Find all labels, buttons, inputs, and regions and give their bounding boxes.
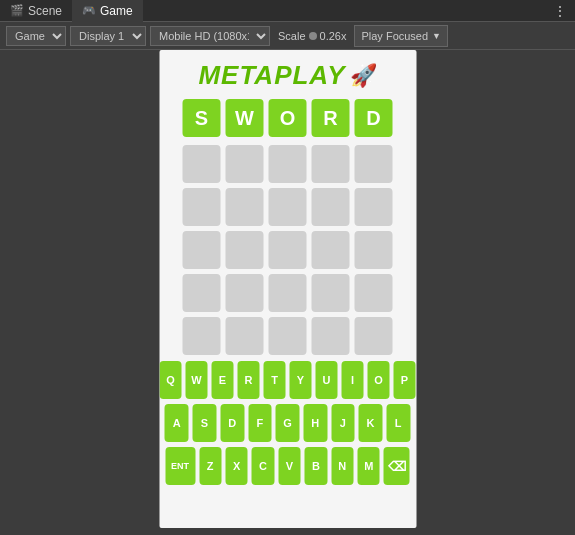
grid-cell [312, 188, 350, 226]
grid-cell [355, 231, 393, 269]
key-d[interactable]: D [220, 404, 244, 442]
key-n[interactable]: N [331, 447, 353, 485]
grid-cell [355, 274, 393, 312]
grid-cell [226, 231, 264, 269]
grid-cell [312, 274, 350, 312]
keyboard-row-2: A S D F G H J K L [165, 404, 410, 442]
grid-row-2 [173, 231, 402, 269]
scene-icon: 🎬 [10, 4, 24, 17]
grid-cell [226, 188, 264, 226]
key-h[interactable]: H [303, 404, 327, 442]
tab-game-label: Game [100, 4, 133, 18]
word-cell-4: D [355, 99, 393, 137]
play-focused-label: Play Focused [361, 30, 428, 42]
letter-grid [159, 145, 416, 355]
resolution-select[interactable]: Mobile HD (1080x1920) [150, 26, 270, 46]
key-w[interactable]: W [186, 361, 208, 399]
scale-slider[interactable] [309, 32, 317, 40]
key-j[interactable]: J [331, 404, 355, 442]
key-t[interactable]: T [264, 361, 286, 399]
grid-cell [312, 317, 350, 355]
word-cell-2: O [269, 99, 307, 137]
key-y[interactable]: Y [290, 361, 312, 399]
key-q[interactable]: Q [160, 361, 182, 399]
grid-cell [269, 231, 307, 269]
grid-cell [226, 317, 264, 355]
tab-scene-label: Scene [28, 4, 62, 18]
key-f[interactable]: F [248, 404, 272, 442]
keyboard: Q W E R T Y U I O P A S D F G H J K L EN… [159, 361, 416, 485]
key-o[interactable]: O [368, 361, 390, 399]
grid-cell [269, 274, 307, 312]
key-g[interactable]: G [276, 404, 300, 442]
key-c[interactable]: C [252, 447, 274, 485]
logo-text: METAPLAY [198, 60, 345, 91]
display-select[interactable]: Display 1 [70, 26, 146, 46]
grid-cell [355, 188, 393, 226]
keyboard-row-3: ENT Z X C V B N M ⌫ [165, 447, 410, 485]
key-m[interactable]: M [358, 447, 380, 485]
tab-bar: 🎬 Scene 🎮 Game ⋮ [0, 0, 575, 22]
grid-cell [312, 231, 350, 269]
scale-area: Scale 0.26x [278, 30, 346, 42]
grid-cell [226, 274, 264, 312]
grid-cell [355, 145, 393, 183]
grid-cell [183, 188, 221, 226]
key-backspace[interactable]: ⌫ [384, 447, 410, 485]
tab-more-button[interactable]: ⋮ [545, 3, 575, 19]
key-x[interactable]: X [225, 447, 247, 485]
grid-cell [226, 145, 264, 183]
word-cell-3: R [312, 99, 350, 137]
grid-cell [269, 145, 307, 183]
key-k[interactable]: K [359, 404, 383, 442]
grid-cell [183, 145, 221, 183]
logo-rocket-icon: 🚀 [350, 63, 377, 89]
key-z[interactable]: Z [199, 447, 221, 485]
grid-cell [269, 188, 307, 226]
key-l[interactable]: L [386, 404, 410, 442]
grid-cell [183, 231, 221, 269]
key-p[interactable]: P [394, 361, 416, 399]
keyboard-row-1: Q W E R T Y U I O P [165, 361, 410, 399]
grid-row-4 [173, 317, 402, 355]
game-viewport: METAPLAY 🚀 S W O R D [159, 50, 416, 528]
grid-row-3 [173, 274, 402, 312]
play-focused-chevron: ▼ [432, 31, 441, 41]
key-v[interactable]: V [278, 447, 300, 485]
logo-area: METAPLAY 🚀 [159, 50, 416, 99]
key-i[interactable]: I [342, 361, 364, 399]
grid-cell [312, 145, 350, 183]
toolbar: Game Display 1 Mobile HD (1080x1920) Sca… [0, 22, 575, 50]
word-cell-0: S [183, 99, 221, 137]
key-enter[interactable]: ENT [165, 447, 195, 485]
word-cell-1: W [226, 99, 264, 137]
play-focused-button[interactable]: Play Focused ▼ [354, 25, 448, 47]
grid-cell [355, 317, 393, 355]
key-r[interactable]: R [238, 361, 260, 399]
word-display: S W O R D [159, 99, 416, 137]
key-b[interactable]: B [305, 447, 327, 485]
scale-label: Scale [278, 30, 306, 42]
scale-value: 0.26x [320, 30, 347, 42]
grid-cell [183, 274, 221, 312]
key-e[interactable]: E [212, 361, 234, 399]
game-icon: 🎮 [82, 4, 96, 17]
key-u[interactable]: U [316, 361, 338, 399]
key-a[interactable]: A [165, 404, 189, 442]
view-select[interactable]: Game [6, 26, 66, 46]
tab-scene[interactable]: 🎬 Scene [0, 0, 72, 22]
grid-row-1 [173, 188, 402, 226]
key-s[interactable]: S [193, 404, 217, 442]
grid-cell [269, 317, 307, 355]
grid-cell [183, 317, 221, 355]
tab-game[interactable]: 🎮 Game [72, 0, 143, 22]
grid-row-0 [173, 145, 402, 183]
